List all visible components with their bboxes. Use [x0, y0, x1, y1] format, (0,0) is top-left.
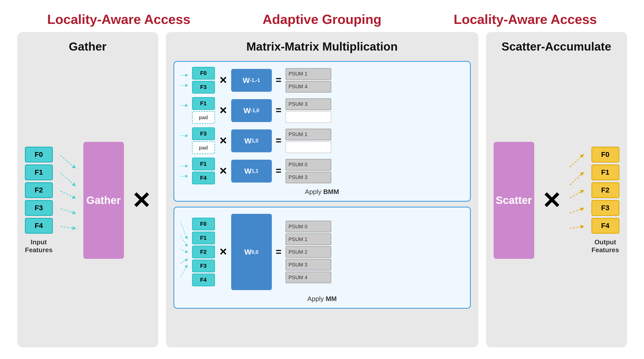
mm-label: Apply MM	[180, 295, 464, 303]
output-f0: F0	[591, 147, 619, 162]
svg-line-0	[60, 155, 74, 167]
middle-content: F0 F3 ✕ W-1,-1 = PSUM 1 PSUM 4	[174, 61, 471, 340]
bmm-r2-multiply: ✕	[219, 105, 227, 116]
right-multiply: ✕	[542, 187, 561, 214]
mm-r1-features: F0 F1 F2 F3 F4	[192, 218, 215, 286]
bmm-row-2: F1 pad ✕ W-1,0 = PSUM 3	[180, 97, 464, 124]
main-container: Locality-Aware Access Adaptive Grouping …	[17, 12, 627, 347]
input-f3: F3	[25, 200, 53, 216]
svg-line-18	[570, 191, 583, 198]
output-feature-list: F0 F1 F2 F3 F4	[591, 147, 619, 234]
bmm-r4-psum3: PSUM 3	[286, 172, 331, 183]
bmm-r3-f3: F3	[192, 127, 215, 140]
bmm-r3-psums: PSUM 1	[286, 129, 331, 153]
output-features-col: F0 F1 F2 F3 F4 OutputFeatures	[591, 147, 619, 254]
svg-line-13	[180, 249, 187, 252]
output-f3: F3	[591, 200, 619, 216]
mm-r1-multiply: ✕	[219, 246, 227, 258]
input-features-col: F0 F1 F2 F3 F4 InputFeatures	[25, 147, 53, 254]
right-panel-title: Scatter-Accumulate	[501, 40, 611, 53]
svg-line-2	[60, 191, 74, 198]
mm-r1-psum0: PSUM 0	[286, 221, 331, 232]
gather-arrows	[60, 144, 76, 256]
mm-r1-psum3: PSUM 3	[286, 259, 331, 271]
mm-row-1: F0 F1 F2 F3 F4 ✕ W0,0 = PSUM 0 PSUM 1 PS	[180, 213, 464, 291]
output-label: OutputFeatures	[591, 238, 619, 254]
mm-r1-f1: F1	[192, 232, 215, 244]
bmm-r1-weight: W-1,-1	[231, 69, 272, 92]
bmm-r2-white	[286, 111, 331, 123]
left-panel: Gather F0 F1 F2 F3 F4 InputFeatures	[17, 32, 158, 347]
svg-line-12	[180, 235, 187, 246]
bmm-r3-features: F3 pad	[192, 127, 215, 154]
bmm-r4-features: F1 F4	[192, 158, 215, 184]
bmm-r1-f0: F0	[192, 67, 215, 80]
mm-r1-psums: PSUM 0 PSUM 1 PSUM 2 PSUM 3 PSUM 4	[286, 221, 331, 283]
svg-line-19	[570, 209, 583, 213]
right-panel: Scatter-Accumulate Scatter ✕	[486, 32, 627, 347]
bmm-r2-weight: W-1,0	[231, 99, 272, 122]
header-middle: Adaptive Grouping	[221, 12, 424, 27]
mm-r1-psum2: PSUM 2	[286, 246, 331, 258]
bmm-r1-features: F0 F3	[192, 67, 215, 94]
output-f2: F2	[591, 182, 619, 198]
bmm-r4-weight: W1,1	[231, 160, 272, 183]
bmm-r4-f1: F1	[192, 158, 215, 170]
input-f2: F2	[25, 182, 53, 198]
bmm-r3-weight: W1,0	[231, 129, 272, 152]
bmm-r3-equals: =	[276, 135, 281, 146]
bmm-r1-f3: F3	[192, 81, 215, 94]
svg-line-17	[570, 173, 583, 185]
bmm-r2-f1: F1	[192, 97, 215, 110]
bmm-r4-equals: =	[276, 166, 281, 176]
mm-r1-f4: F4	[192, 274, 215, 286]
middle-panel: Matrix-Matrix Multiplication	[166, 32, 478, 347]
svg-line-14	[180, 260, 187, 263]
svg-line-3	[60, 209, 74, 213]
input-label: InputFeatures	[25, 238, 52, 254]
header-left: Locality-Aware Access	[17, 12, 221, 27]
scatter-block: Scatter	[494, 142, 534, 259]
right-content: Scatter ✕	[494, 61, 619, 340]
mm-r1-weight: W0,0	[231, 214, 272, 290]
mm-group: F0 F1 F2 F3 F4 ✕ W0,0 = PSUM 0 PSUM 1 PS	[174, 207, 471, 309]
mm-r1-f3: F3	[192, 260, 215, 272]
svg-line-16	[570, 155, 583, 167]
mm-r1-psum1: PSUM 1	[286, 233, 331, 245]
mm-r1-f2: F2	[192, 246, 215, 258]
bmm-r3-white	[286, 141, 331, 153]
scatter-arrows	[569, 144, 584, 256]
bmm-r1-equals: =	[276, 75, 281, 86]
svg-line-1	[60, 173, 74, 185]
bmm-r2-equals: =	[276, 105, 281, 116]
gather-label: Gather	[86, 194, 121, 206]
bmm-row-4: F1 F4 ✕ W1,1 = PSUM 0 PSUM 3	[180, 158, 464, 184]
top-headers: Locality-Aware Access Adaptive Grouping …	[17, 12, 627, 27]
bmm-r4-multiply: ✕	[219, 166, 227, 177]
bmm-r3-psum1: PSUM 1	[286, 129, 331, 140]
bmm-r1-psums: PSUM 1 PSUM 4	[286, 68, 331, 93]
bmm-label: Apply BMM	[180, 188, 464, 196]
bmm-r2-pad: pad	[192, 111, 215, 124]
bmm-row3-arrows	[180, 128, 188, 154]
bmm-r4-f4: F4	[192, 172, 215, 184]
output-f4: F4	[591, 218, 619, 234]
left-multiply: ✕	[132, 187, 151, 214]
bmm-row2-arrows	[180, 98, 188, 123]
bmm-r1-multiply: ✕	[219, 75, 227, 86]
mm-r1-f0: F0	[192, 218, 215, 230]
bmm-r1-psum1: PSUM 1	[286, 68, 331, 80]
bmm-r3-multiply: ✕	[219, 135, 227, 146]
bmm-row4-arrows	[180, 158, 188, 184]
input-f4: F4	[25, 218, 53, 234]
left-panel-title: Gather	[69, 40, 106, 53]
svg-line-11	[180, 221, 187, 238]
scatter-label: Scatter	[496, 194, 532, 206]
bmm-row-3: F3 pad ✕ W1,0 = PSUM 1	[180, 127, 464, 154]
mm-r1-psum4: PSUM 4	[286, 272, 331, 283]
mm-r1-equals: =	[276, 247, 281, 258]
bmm-row-1: F0 F3 ✕ W-1,-1 = PSUM 1 PSUM 4	[180, 67, 464, 94]
svg-line-15	[180, 266, 187, 277]
svg-line-20	[570, 227, 583, 228]
bmm-r4-psum0: PSUM 0	[286, 159, 331, 171]
